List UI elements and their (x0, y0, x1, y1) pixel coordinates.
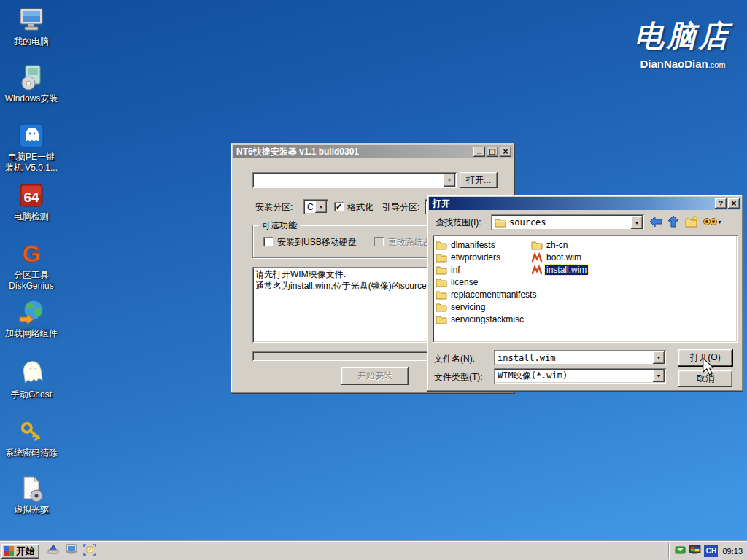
help-button[interactable]: ? (715, 198, 727, 209)
close-icon: × (503, 147, 508, 157)
chevron-down-icon[interactable]: ▼ (315, 201, 327, 213)
manual-ghost-icon (17, 359, 46, 388)
desktop-icon-label: 我的电脑 (14, 36, 49, 47)
folder-icon (436, 265, 447, 275)
desktop-icon-diskgenius[interactable]: G 分区工具 DiskGenius (0, 239, 63, 292)
list-item-folder[interactable]: zh-cn (531, 238, 569, 251)
start-logo-icon (4, 546, 14, 556)
file-name-combobox[interactable]: install.wim ▼ (494, 350, 666, 365)
install-partition-combobox[interactable]: C ▼ (303, 199, 328, 214)
look-in-label: 查找范围(I): (436, 215, 481, 230)
system-tray: CH 09:13 (668, 543, 747, 559)
desktop-icon-password-clear[interactable]: 系统密码清除 (0, 417, 63, 459)
list-item-folder[interactable]: etwproviders (436, 251, 502, 263)
change-system-checkbox[interactable] (374, 237, 384, 246)
desktop-icon-label: 分区工具 DiskGenius (9, 270, 53, 292)
quick-launch (47, 544, 96, 558)
message-line-1: 请先打开WIM映像文件. (255, 268, 346, 280)
open-file-dialog: 打开 ? × 查找范围(I): sources ▼ ▾ dlmanifests … (427, 195, 743, 392)
folder-icon (436, 289, 447, 300)
start-button[interactable]: 开始 (1, 544, 39, 559)
folder-icon (436, 277, 447, 287)
nt6-titlebar[interactable]: NT6快捷安装器 v1.1 build0301 _ ❐ × (233, 145, 513, 158)
new-folder-button[interactable] (684, 214, 700, 229)
folder-icon (436, 240, 447, 250)
list-item-folder[interactable]: dlmanifests (436, 238, 497, 251)
taskbar: 开始 CH 09:13 (0, 541, 747, 560)
desktop-icon-label: 加载网络组件 (5, 328, 58, 339)
pe-one-key-icon (17, 121, 46, 150)
format-checkbox[interactable]: ✓ (334, 202, 344, 211)
logo-subtitle-text: DianNaoDian (640, 58, 708, 70)
minimize-button[interactable]: _ (473, 147, 485, 157)
load-network-icon (17, 298, 46, 327)
list-item-folder[interactable]: servicingstackmisc (436, 313, 525, 325)
wim-file-icon (531, 252, 543, 262)
file-listbox[interactable]: dlmanifests etwproviders inf license rep… (433, 235, 738, 343)
list-item-folder[interactable]: replacementmanifests (436, 288, 538, 300)
list-item-folder[interactable]: servicing (436, 300, 487, 313)
list-item-wim-file-selected[interactable]: install.wim (531, 263, 588, 276)
file-type-combobox[interactable]: WIM映像(*.wim) ▼ (494, 368, 666, 384)
desktop-icon-windows-setup[interactable]: Windows安装 (0, 63, 63, 104)
show-desktop-icon[interactable] (47, 544, 60, 558)
view-menu-icon (703, 216, 717, 228)
close-button[interactable]: × (500, 147, 511, 157)
chevron-down-icon[interactable]: ▼ (631, 216, 643, 229)
file-type-label: 文件类型(T): (434, 370, 483, 384)
view-menu-button[interactable]: ▾ (701, 214, 723, 229)
minimize-icon: _ (477, 146, 481, 154)
desktop-icon-pc-check[interactable]: 64 电脑检测 (0, 181, 63, 222)
close-icon: × (731, 198, 736, 209)
diskgenius-icon: G (17, 239, 46, 268)
file-name-label: 文件名(N): (434, 351, 475, 366)
close-button[interactable]: × (728, 198, 740, 209)
my-computer-icon (17, 6, 46, 35)
desktop-icon-pe-one-key[interactable]: 电脑PE一键 装机 V5.0.1... (0, 121, 63, 174)
desktop-icon-label: Windows安装 (5, 93, 58, 104)
folder-icon (436, 252, 447, 262)
open-dialog-title: 打开 (433, 198, 450, 210)
display-settings-icon[interactable] (689, 545, 701, 558)
wim-path-combobox[interactable]: ▼ (252, 172, 457, 188)
start-install-button[interactable]: 开始安装 (341, 367, 409, 385)
maximize-button[interactable]: ❐ (487, 147, 498, 157)
language-indicator[interactable]: CH (704, 545, 718, 557)
file-type-value: WIM映像(*.wim) (498, 370, 568, 382)
my-computer-quick-icon[interactable] (65, 544, 78, 558)
file-name-value: install.wim (498, 353, 555, 363)
start-label: 开始 (16, 545, 35, 558)
desktop-icon-load-network[interactable]: 加载网络组件 (0, 298, 63, 339)
help-icon: ? (719, 200, 723, 208)
boot-partition-label: 引导分区: (382, 200, 419, 214)
usb-install-checkbox[interactable] (263, 237, 273, 246)
desktop: 电脑店 DianNaoDian.com 我的电脑 Windows安装 电脑PE一… (0, 0, 747, 560)
folder-icon (531, 240, 543, 250)
taskbar-clock[interactable]: 09:13 (721, 547, 743, 556)
list-item-wim-file[interactable]: boot.wim (531, 251, 583, 263)
back-arrow-icon (649, 215, 663, 228)
back-button[interactable] (648, 214, 664, 229)
optional-group-title: 可选功能 (259, 219, 300, 232)
wim-file-icon (531, 265, 543, 275)
list-item-folder[interactable]: license (436, 276, 479, 288)
look-in-combobox[interactable]: sources ▼ (491, 214, 644, 230)
format-checkbox-label: 格式化 (347, 200, 374, 214)
chevron-down-icon[interactable]: ▼ (653, 370, 665, 382)
maximize-icon: ❐ (489, 148, 496, 156)
browse-open-button[interactable]: 打开... (460, 172, 498, 188)
desktop-icon-virtual-cdrom[interactable]: 虚拟光驱 (0, 474, 63, 516)
open-dialog-titlebar[interactable]: 打开 ? × (429, 197, 741, 210)
up-level-button[interactable] (665, 214, 681, 229)
desktop-icon-my-computer[interactable]: 我的电脑 (0, 6, 63, 47)
chevron-down-icon[interactable]: ▼ (653, 351, 665, 364)
network-status-icon[interactable] (675, 545, 686, 558)
desktop-icon-label: 电脑检测 (14, 211, 49, 222)
logo-subtitle: DianNaoDian.com (635, 58, 731, 70)
up-arrow-icon (666, 215, 681, 228)
list-item-folder[interactable]: inf (436, 263, 462, 276)
desktop-tool-icon[interactable] (83, 544, 96, 558)
chevron-down-icon[interactable]: ▼ (444, 174, 455, 187)
desktop-icon-manual-ghost[interactable]: 手动Ghost (0, 359, 63, 400)
message-line-2: 通常名为install.wim,位于光盘(镜像)的source (255, 280, 427, 292)
